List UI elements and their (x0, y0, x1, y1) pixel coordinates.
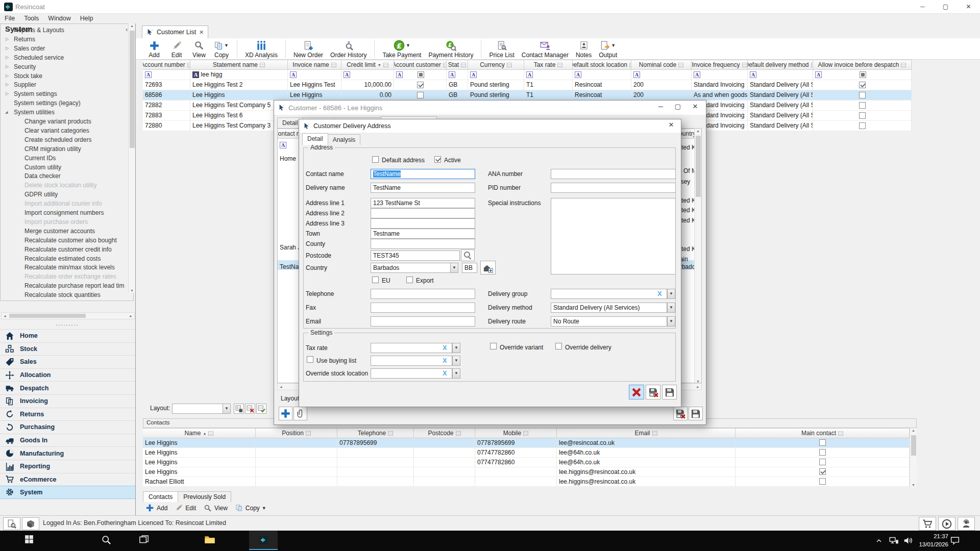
tray-expand-icon[interactable] (875, 537, 883, 545)
grid-cell-invoice[interactable]: Lee Higgins Test (288, 80, 341, 90)
contacts-header-main[interactable]: Main contact (736, 428, 910, 438)
contact-cell-email[interactable]: lee.higgins@resincoat.co.uk (557, 467, 736, 477)
main-contact-checkbox[interactable] (819, 478, 826, 485)
menu-tools[interactable]: Tools (19, 14, 43, 23)
text-filter-icon[interactable]: A (750, 71, 756, 78)
contacts-header-telephone[interactable]: Telephone (337, 428, 414, 438)
contact-cell-postcode[interactable] (414, 477, 475, 487)
address-line3-input[interactable] (371, 218, 475, 229)
text-filter-icon[interactable]: A (290, 71, 297, 78)
contacts-copy-button[interactable]: Copy ▼ (235, 504, 266, 512)
tab-close-icon[interactable]: ✕ (199, 29, 204, 36)
contact-cell-telephone[interactable] (337, 448, 414, 458)
sidebar-item-reporting[interactable]: Reporting (0, 460, 135, 473)
contact-cell-postcode[interactable] (414, 438, 475, 448)
telephone-input[interactable] (371, 289, 475, 299)
tree-item[interactable]: System settings (14, 90, 57, 97)
grid-cell-stock[interactable]: Resincoat (573, 80, 631, 90)
column-header-account_customer[interactable]: Account customer (394, 60, 447, 70)
file-explorer-icon[interactable] (204, 535, 215, 545)
grid-cell-account[interactable]: 72693 (143, 80, 190, 90)
grid-cell-credit[interactable]: 10,000.00 (341, 80, 394, 90)
county-input[interactable] (371, 239, 475, 249)
toolbar-new-order-button[interactable]: New Order (293, 39, 323, 59)
grid-cell-allow[interactable] (813, 121, 912, 131)
cell-checkbox[interactable] (417, 92, 424, 98)
text-filter-icon[interactable]: A (344, 71, 350, 78)
toolbar-view-button[interactable]: View (191, 39, 207, 59)
contact-cell-postcode[interactable] (414, 467, 475, 477)
column-filter-icon[interactable] (443, 63, 447, 67)
contact-cell-telephone[interactable]: 07787895699 (337, 438, 414, 448)
sidebar-item-home[interactable]: Home (0, 329, 135, 342)
override-stock-caret[interactable]: ▼ (452, 368, 460, 379)
cell-checkbox[interactable] (859, 82, 866, 88)
main-contact-checkbox[interactable] (819, 459, 826, 465)
contact-cell-postcode[interactable] (414, 458, 475, 467)
grid-cell-account_customer[interactable] (394, 90, 447, 101)
pid-number-input[interactable] (551, 183, 676, 193)
tree-item[interactable]: CRM migration utility (24, 145, 81, 153)
delivery-group-clear-icon[interactable]: X (657, 289, 662, 299)
customer-dialog-minimize-button[interactable]: ─ (653, 103, 668, 110)
dialog-save-close-button[interactable] (673, 407, 688, 420)
override-stock-select[interactable] (371, 368, 452, 379)
text-filter-icon[interactable]: A (575, 71, 581, 78)
contact-cell-telephone[interactable] (337, 477, 414, 487)
use-buying-list-checkbox[interactable] (307, 356, 313, 363)
contacts-add-button[interactable]: Add (145, 503, 167, 513)
toolbar-payment-history-button[interactable]: £ Payment History (428, 39, 473, 59)
grid-cell-stat[interactable]: GB (447, 80, 468, 90)
layout-select-caret[interactable]: ▼ (223, 404, 231, 414)
sidebar-item-invoicing[interactable]: Invoicing (0, 394, 135, 408)
column-filter-icon[interactable] (742, 63, 747, 67)
cell-checkbox[interactable] (859, 122, 866, 129)
tree-expand-icon[interactable]: ▷ (6, 82, 9, 87)
tree-item[interactable]: Supplier (14, 81, 36, 88)
status-cart-button[interactable] (919, 517, 936, 531)
tree-item[interactable]: Returns (14, 36, 35, 43)
tree-item[interactable]: Recalculate min/max stock levels (24, 264, 115, 271)
grid-cell-currency[interactable]: Pound sterling (468, 80, 524, 90)
network-icon[interactable] (889, 536, 899, 545)
grid-cell-nominal[interactable]: 200 (631, 90, 692, 101)
delivery-dialog-tab-analysis[interactable]: Analysis (328, 134, 361, 145)
tree-item[interactable]: GDPR utility (24, 191, 58, 198)
toolbar-contact-manager-button[interactable]: Contact Manager (522, 39, 569, 59)
contact-cell-position[interactable] (256, 477, 337, 487)
contact-cell-position[interactable] (256, 448, 337, 458)
tree-horizontal-scrollbar[interactable]: ◄ ► (1, 312, 135, 319)
contacts-header-position[interactable]: Position (256, 428, 337, 438)
column-filter-icon[interactable] (306, 431, 311, 436)
column-header-allow[interactable]: Allow invoice before despatch (813, 60, 912, 70)
grid-cell-statement[interactable]: Lee Higgins Test 2 (190, 80, 288, 90)
postcode-input[interactable]: TEST345 (371, 251, 460, 261)
column-filter-icon[interactable] (208, 431, 213, 436)
tree-item[interactable]: System settings (legacy) (14, 99, 81, 107)
taskbar-search-icon[interactable] (101, 535, 111, 545)
contacts-header-mobile[interactable]: Mobile (475, 428, 557, 438)
column-filter-icon[interactable] (456, 431, 461, 436)
toolbar-xd-analysis-button[interactable]: XD Analysis (245, 39, 278, 59)
delivery-name-input[interactable]: TestName (371, 183, 475, 193)
tree-item[interactable]: Recalculate stock quantities (24, 291, 101, 298)
email-input[interactable] (371, 316, 475, 327)
filter-cell-account_customer[interactable]: A (394, 70, 447, 80)
contact-cell-mobile[interactable]: 07747782860 (475, 448, 557, 458)
grid-cell-account[interactable]: 72882 (143, 101, 190, 111)
column-header-stock[interactable]: Default stock location (573, 60, 631, 70)
tree-expand-icon[interactable]: ▷ (6, 64, 9, 69)
contact-cell-name[interactable]: Lee Higgins (143, 467, 256, 477)
override-delivery-checkbox[interactable] (555, 343, 562, 349)
grid-cell-delivery[interactable]: Standard Delivery (All Ser (748, 111, 813, 121)
window-minimize-button[interactable]: ─ (911, 0, 934, 14)
tree-item[interactable]: Recalculate customer also bought (24, 237, 117, 244)
country-select-caret[interactable]: ▼ (450, 263, 458, 273)
contact-cell-name[interactable]: Lee Higgins (143, 458, 256, 467)
dropdown-caret-icon[interactable]: ▼ (611, 43, 616, 48)
dialog-save-button[interactable] (689, 407, 703, 420)
text-filter-icon[interactable]: A (396, 71, 403, 78)
tax-rate-clear-icon[interactable]: X (443, 343, 447, 353)
contact-cell-mobile[interactable]: 07787895699 (475, 438, 557, 448)
save-close-button[interactable] (646, 385, 660, 399)
